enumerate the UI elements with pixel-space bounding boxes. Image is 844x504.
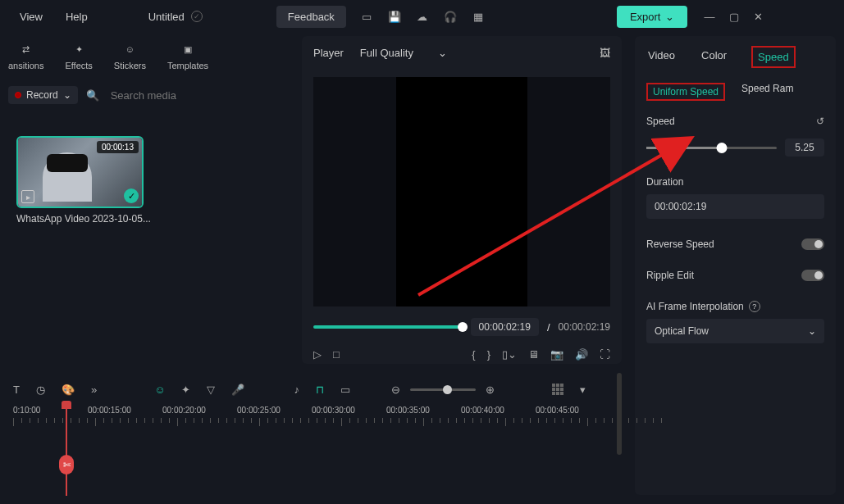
tab-video[interactable]: Video xyxy=(646,46,677,68)
project-title: Untitled xyxy=(148,11,185,23)
speed-slider[interactable] xyxy=(646,147,777,149)
expand-icon[interactable]: » xyxy=(91,384,97,396)
bracket-right-icon[interactable]: } xyxy=(487,348,490,361)
record-dot-icon xyxy=(15,92,21,98)
player-label: Player xyxy=(313,47,344,59)
ai-icon[interactable]: ☺ xyxy=(154,384,165,396)
playhead[interactable] xyxy=(66,406,67,496)
headphones-icon[interactable]: 🎧 xyxy=(443,9,458,24)
marker-icon[interactable]: ▽ xyxy=(207,384,215,396)
mic-icon[interactable]: 🎤 xyxy=(231,384,244,396)
quality-dropdown[interactable]: Full Quality⌄ xyxy=(360,47,447,59)
export-button[interactable]: Export⌄ xyxy=(617,6,688,28)
search-icon[interactable]: 🔍 xyxy=(86,89,99,102)
chevron-down-icon: ⌄ xyxy=(808,325,816,337)
close-icon[interactable]: ✕ xyxy=(754,11,763,23)
timeline-scrollbar[interactable] xyxy=(617,373,622,455)
text-tool-icon[interactable]: T xyxy=(13,384,20,396)
reverse-speed-label: Reverse Speed xyxy=(646,238,714,250)
tab-speed[interactable]: Speed xyxy=(751,46,796,68)
timer-icon[interactable]: ◷ xyxy=(36,384,45,396)
search-input[interactable] xyxy=(107,86,252,105)
feedback-button[interactable]: Feedback xyxy=(276,6,346,28)
zoom-in-icon[interactable]: ⊕ xyxy=(486,384,495,396)
zoom-slider[interactable] xyxy=(410,388,476,391)
grid-view-icon[interactable] xyxy=(552,384,563,395)
speed-value[interactable]: 5.25 xyxy=(785,138,824,157)
minimize-icon[interactable]: — xyxy=(704,11,714,23)
speed-label: Speed xyxy=(646,116,675,127)
menu-view[interactable]: View xyxy=(8,6,54,28)
stickers-icon: ☺ xyxy=(121,41,138,57)
speed-slider-knob[interactable] xyxy=(717,143,728,153)
transitions-icon: ⇄ xyxy=(18,41,34,57)
save-icon[interactable]: 💾 xyxy=(387,9,402,24)
chevron-down-icon: ⌄ xyxy=(438,47,447,59)
subtab-uniform-speed[interactable]: Uniform Speed xyxy=(646,83,725,101)
bracket-left-icon[interactable]: { xyxy=(472,348,475,361)
stop-icon[interactable]: □ xyxy=(333,348,340,361)
video-frame xyxy=(396,77,527,306)
volume-icon[interactable]: 🔊 xyxy=(575,348,588,361)
time-separator: / xyxy=(547,321,550,334)
record-button[interactable]: Record ⌄ xyxy=(8,86,78,104)
cut-marker[interactable]: ✄ xyxy=(59,455,74,474)
tab-templates[interactable]: ▣ Templates xyxy=(167,41,208,70)
reverse-speed-toggle[interactable] xyxy=(801,238,824,250)
tab-effects[interactable]: ✦ Effects xyxy=(65,41,92,70)
apps-icon[interactable]: ▦ xyxy=(471,9,486,24)
subtab-speed-ramp[interactable]: Speed Ram xyxy=(741,83,793,101)
chevron-down-icon: ⌄ xyxy=(63,89,71,101)
clip-name: WhatsApp Video 2023-10-05... xyxy=(16,213,271,225)
music-icon[interactable]: ♪ xyxy=(294,384,299,396)
player-viewport[interactable] xyxy=(313,77,610,306)
ripple-edit-label: Ripple Edit xyxy=(646,270,694,281)
crop-tool-icon[interactable]: ▭ xyxy=(340,384,350,396)
tab-color[interactable]: Color xyxy=(700,46,728,68)
maximize-icon[interactable]: ▢ xyxy=(729,11,739,23)
grid-chevron-icon[interactable]: ▾ xyxy=(580,384,586,396)
palette-icon[interactable]: 🎨 xyxy=(62,384,75,396)
interp-dropdown[interactable]: Optical Flow ⌄ xyxy=(646,319,824,343)
media-clip-thumbnail[interactable]: 00:00:13 ▸ ✓ xyxy=(16,136,144,208)
effects-tool-icon[interactable]: ✦ xyxy=(181,384,190,396)
total-time: 00:00:02:19 xyxy=(559,321,610,333)
play-icon[interactable]: ▷ xyxy=(313,348,322,361)
clip-used-icon: ✓ xyxy=(124,188,139,203)
duration-label: Duration xyxy=(646,176,824,188)
templates-icon: ▣ xyxy=(180,41,196,57)
interp-label: AI Frame Interpolation xyxy=(646,301,744,312)
effects-icon: ✦ xyxy=(71,41,87,57)
progress-knob[interactable] xyxy=(458,322,468,332)
menu-help[interactable]: Help xyxy=(54,6,99,28)
help-icon[interactable]: ? xyxy=(749,301,760,312)
zoom-knob[interactable] xyxy=(443,385,452,394)
player-progress[interactable] xyxy=(313,325,463,329)
clip-duration: 00:00:13 xyxy=(97,141,139,153)
current-time: 00:00:02:19 xyxy=(471,318,539,336)
fullscreen-icon[interactable]: ⛶ xyxy=(600,348,610,361)
snapshot-icon[interactable]: 🖼 xyxy=(600,47,610,59)
video-badge-icon: ▸ xyxy=(21,190,34,203)
monitor-icon[interactable]: ▭ xyxy=(359,9,374,24)
chevron-down-icon: ⌄ xyxy=(665,11,674,23)
cloud-icon[interactable]: ☁ xyxy=(415,9,430,24)
zoom-out-icon[interactable]: ⊖ xyxy=(391,384,400,396)
timeline-ruler[interactable]: 0:10:00 00:00:15:00 00:00:20:00 00:00:25… xyxy=(0,406,623,438)
ripple-edit-toggle[interactable] xyxy=(801,270,824,281)
tab-stickers[interactable]: ☺ Stickers xyxy=(114,41,146,70)
display-icon[interactable]: 🖥 xyxy=(528,348,539,361)
duration-input[interactable] xyxy=(646,194,824,219)
crop-icon[interactable]: ▯⌄ xyxy=(502,348,517,361)
magnet-icon[interactable]: ⊓ xyxy=(316,384,324,396)
camera-icon[interactable]: 📷 xyxy=(550,348,563,361)
reset-icon[interactable]: ↺ xyxy=(816,116,824,127)
tab-transitions[interactable]: ⇄ ansitions xyxy=(8,41,43,70)
sync-status-icon: ✓ xyxy=(191,11,203,22)
